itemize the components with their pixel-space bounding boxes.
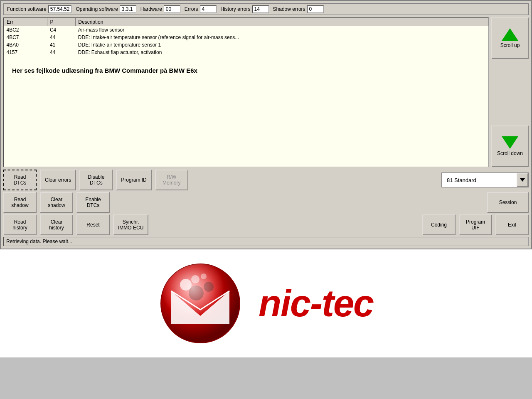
cell-description: Air-mass flow sensor	[76, 26, 488, 34]
clear-errors-button[interactable]: Clear errors	[40, 170, 76, 190]
logo-container	[159, 262, 242, 345]
error-table-container: Err P Description 4BC2 C4 Air-mass flow …	[3, 17, 489, 167]
enable-dtcs-button[interactable]: EnableDTCs	[76, 192, 110, 213]
coding-button[interactable]: Coding	[422, 214, 456, 235]
history-errors-label: History errors	[221, 6, 251, 12]
dropdown-arrow-button[interactable]	[517, 173, 528, 187]
annotation-text: Her ses fejlkode udlæsning fra BMW Comma…	[4, 60, 488, 81]
errors-value: 4	[200, 5, 217, 13]
shadow-errors-value: 0	[307, 5, 324, 13]
synchr-immo-button[interactable]: Synchr.IMMO ECU	[113, 214, 148, 235]
errors-label: Errors	[185, 6, 198, 12]
error-table: Err P Description 4BC2 C4 Air-mass flow …	[4, 18, 488, 56]
operating-software-value: 3.3.1	[120, 5, 136, 13]
program-uif-button[interactable]: ProgramUIF	[459, 214, 492, 235]
col-description: Description	[76, 18, 488, 26]
scroll-up-button[interactable]: Scroll up	[491, 17, 529, 59]
standard-dropdown[interactable]: 81 Standard	[441, 172, 529, 187]
scroll-down-label: Scroll down	[497, 150, 523, 156]
cell-description: DDE: Intake-air temperature sensor (refe…	[76, 34, 488, 41]
button-row-2: Readshadow Clearshadow EnableDTCs Sessio…	[3, 192, 529, 213]
dropdown-value: 81 Standard	[442, 175, 517, 185]
read-dtcs-button[interactable]: ReadDTCs	[3, 170, 37, 190]
arrow-up-icon	[502, 28, 518, 41]
function-software-label: Function software	[7, 6, 47, 12]
logo-svg	[159, 262, 242, 345]
disable-dtcs-button[interactable]: DisableDTCs	[79, 170, 113, 190]
cell-p: 41	[47, 41, 76, 49]
exit-button[interactable]: Exit	[495, 214, 529, 235]
cell-p: 44	[47, 49, 76, 56]
reset-button[interactable]: Reset	[76, 214, 110, 235]
cell-p: C4	[47, 26, 76, 34]
svg-point-7	[161, 264, 240, 343]
table-row: 4BC2 C4 Air-mass flow sensor	[4, 26, 488, 34]
hardware-value: 00	[164, 5, 180, 13]
col-p: P	[47, 18, 76, 26]
clear-history-button[interactable]: Clearhistory	[40, 214, 73, 235]
history-errors-field: History errors 14	[221, 5, 269, 13]
table-row: 4BA0 41 DDE: Intake-air temperature sens…	[4, 41, 488, 49]
errors-field: Errors 4	[185, 5, 217, 13]
diagnostic-panel: Function software 57.54.52 Operating sof…	[0, 0, 532, 249]
button-row-1: ReadDTCs Clear errors DisableDTCs Progra…	[3, 170, 529, 190]
table-row: 4BC7 44 DDE: Intake-air temperature sens…	[4, 34, 488, 41]
branding-section: nic-tec	[0, 249, 532, 357]
error-area: Err P Description 4BC2 C4 Air-mass flow …	[3, 17, 529, 167]
dropdown-arrow-icon	[520, 178, 525, 182]
button-row-3: Readhistory Clearhistory Reset Synchr.IM…	[3, 214, 529, 235]
session-button[interactable]: Session	[487, 192, 529, 213]
read-history-button[interactable]: Readhistory	[3, 214, 37, 235]
status-text: Retrieving data. Please wait...	[6, 239, 72, 244]
function-software-field: Function software 57.54.52	[7, 5, 71, 13]
nic-tec-brand-text: nic-tec	[259, 282, 373, 325]
cell-description: DDE: Intake-air temperature sensor 1	[76, 41, 488, 49]
hardware-field: Hardware 00	[140, 5, 180, 13]
program-id-button[interactable]: Program ID	[116, 170, 151, 190]
shadow-errors-label: Shadow errors	[273, 6, 305, 12]
cell-err: 4BC2	[4, 26, 47, 34]
cell-err: 4157	[4, 49, 47, 56]
cell-err: 4BC7	[4, 34, 47, 41]
read-shadow-button[interactable]: Readshadow	[3, 192, 37, 213]
operating-software-field: Operating software 3.3.1	[76, 5, 136, 13]
function-software-value: 57.54.52	[48, 5, 72, 13]
cell-description: DDE: Exhaust flap actuator, activation	[76, 49, 488, 56]
cell-err: 4BA0	[4, 41, 47, 49]
col-err: Err	[4, 18, 47, 26]
hardware-label: Hardware	[140, 6, 162, 12]
rw-memory-button[interactable]: R/WMemory	[155, 170, 188, 190]
shadow-errors-field: Shadow errors 0	[273, 5, 324, 13]
clear-shadow-button[interactable]: Clearshadow	[40, 192, 73, 213]
scroll-down-button[interactable]: Scroll down	[491, 126, 529, 167]
scroll-buttons: Scroll up Scroll down	[491, 17, 529, 167]
arrow-down-icon	[502, 136, 518, 149]
cell-p: 44	[47, 34, 76, 41]
operating-software-label: Operating software	[76, 6, 118, 12]
button-rows: ReadDTCs Clear errors DisableDTCs Progra…	[3, 170, 529, 235]
history-errors-value: 14	[252, 5, 269, 13]
scroll-up-label: Scroll up	[500, 42, 520, 48]
table-row: 4157 44 DDE: Exhaust flap actuator, acti…	[4, 49, 488, 56]
info-bar: Function software 57.54.52 Operating sof…	[3, 3, 529, 15]
dropdown-container: 81 Standard	[441, 172, 529, 187]
status-bar: Retrieving data. Please wait...	[3, 237, 529, 246]
